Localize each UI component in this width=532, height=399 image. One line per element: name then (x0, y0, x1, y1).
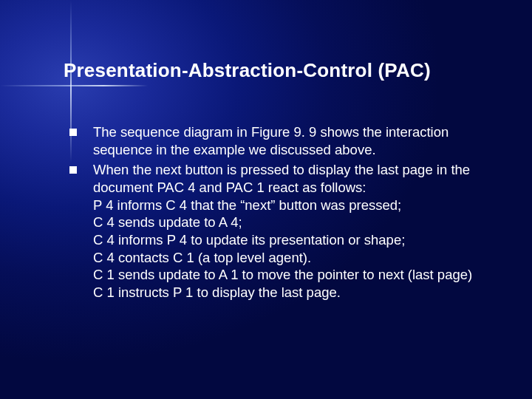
bullet-subline: C 4 sends update to A 4; (93, 214, 498, 231)
bullet-item: The sequence diagram in Figure 9. 9 show… (69, 123, 498, 158)
bullet-item: When the next button is pressed to displ… (69, 161, 498, 301)
bullet-subline: C 4 informs P 4 to update its presentati… (93, 231, 498, 249)
bullet-text: The sequence diagram in Figure 9. 9 show… (93, 123, 498, 158)
bullet-subline: C 4 contacts C 1 (a top level agent). (93, 249, 498, 267)
square-bullet-icon (69, 166, 77, 174)
bullet-subline: C 1 sends update to A 1 to move the poin… (93, 266, 498, 284)
bullet-text: When the next button is pressed to displ… (93, 161, 498, 196)
square-bullet-icon (69, 129, 77, 136)
bullet-subline: C 1 instructs P 1 to display the last pa… (93, 284, 498, 301)
bullet-subline: P 4 informs C 4 that the “next” button w… (93, 197, 498, 214)
slide-body: The sequence diagram in Figure 9. 9 show… (64, 123, 498, 301)
slide-title: Presentation-Abstraction-Control (PAC) (64, 59, 498, 82)
slide-container: Presentation-Abstraction-Control (PAC) T… (0, 0, 532, 301)
